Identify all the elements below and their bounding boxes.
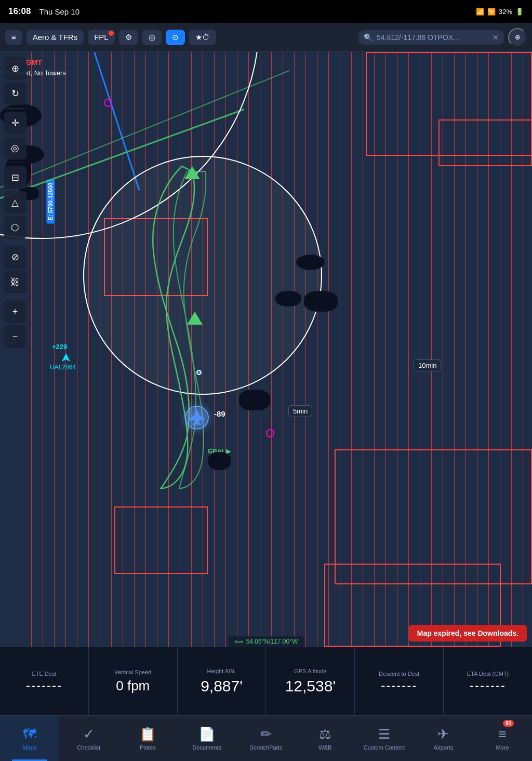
- landmass-7: [304, 291, 338, 312]
- altimeter-button[interactable]: ⊟: [4, 166, 26, 189]
- more-icon: ≡: [499, 726, 507, 742]
- airports-icon: ✈: [437, 726, 449, 742]
- vertical-speed-label: Vertical Speed: [114, 669, 151, 676]
- landmass-6: [296, 255, 325, 270]
- left-sidebar: ⊕ ↻ ✛ ◎ ⊟ △ ⬡ ⊘ ⛓ + −: [0, 52, 30, 647]
- height-agl-cell: Height AGL 9,887': [178, 647, 267, 715]
- nav-checklist[interactable]: ✓ Checklist: [59, 716, 118, 761]
- documents-icon: 📄: [198, 726, 215, 742]
- signal-icon: 📶: [476, 8, 484, 16]
- checklist-label: Checklist: [77, 744, 100, 751]
- pin-icon: ⊘: [11, 251, 19, 263]
- crosshair-button[interactable]: ✛: [4, 112, 26, 135]
- inner-range-circle: [83, 156, 322, 395]
- documents-label: Documents: [192, 744, 221, 751]
- dash-icon: ⊙: [172, 33, 179, 42]
- nav-airports[interactable]: ✈ Airports: [414, 716, 473, 761]
- circle-button[interactable]: ◎: [4, 137, 26, 159]
- aero-label: Aero & TFRs: [33, 33, 77, 42]
- target-button[interactable]: ⊕: [4, 57, 26, 80]
- gps-alt-label: GPS Altitude: [294, 667, 326, 675]
- star-button[interactable]: ★⏱: [189, 30, 216, 45]
- time-callout-5min: 5min: [288, 405, 312, 417]
- zoom-out-button[interactable]: −: [4, 325, 26, 348]
- compass-icon: ⊕: [515, 33, 521, 41]
- zoom-out-icon: −: [12, 331, 18, 342]
- coord-bar: ⟺ 54.06°N/117.00°W: [228, 636, 304, 647]
- vertical-speed-value: 0 fpm: [116, 678, 150, 694]
- nav-maps[interactable]: 🗺 Maps: [0, 716, 59, 761]
- landmass-5: [208, 452, 231, 470]
- battery-text: 32%: [499, 8, 512, 16]
- route-button[interactable]: ⛓: [4, 271, 26, 293]
- search-icon: 🔍: [364, 33, 373, 42]
- terrain-button[interactable]: △: [4, 191, 26, 214]
- star-icon: ★⏱: [195, 33, 210, 42]
- airports-label: Airports: [433, 744, 453, 751]
- more-label: More: [496, 744, 509, 751]
- instrument-bar: ETE Dest ------- Vertical Speed 0 fpm He…: [0, 647, 532, 715]
- aero-tfrs-button[interactable]: Aero & TFRs: [26, 30, 84, 45]
- zoom-in-button[interactable]: +: [4, 300, 26, 323]
- nav-scratchpads[interactable]: ✏ ScratchPads: [236, 716, 296, 761]
- nav-custom[interactable]: ☰ Custom Content: [355, 716, 414, 761]
- crosshair-icon: ✛: [11, 117, 19, 129]
- nav-more[interactable]: 90 ≡ More: [473, 716, 532, 761]
- red-line: [317, 52, 317, 647]
- coord-arrows: ⟺: [234, 638, 243, 645]
- svg-marker-3: [62, 353, 70, 362]
- search-clear-button[interactable]: ✕: [493, 33, 499, 42]
- shield-button[interactable]: ⬡: [4, 216, 26, 239]
- compass-button[interactable]: ⊕: [508, 28, 527, 47]
- fpl-button[interactable]: FPL: [88, 30, 115, 45]
- magenta-circle-1: [104, 99, 112, 107]
- refresh-button[interactable]: ↻: [4, 82, 26, 105]
- toolbar: ≡ Aero & TFRs FPL ⚙ ◎ ⊙ ★⏱ 🔍 54.812/-117…: [0, 23, 532, 52]
- custom-label: Custom Content: [364, 744, 405, 751]
- globe-button[interactable]: ◎: [142, 30, 162, 45]
- target-icon: ⊕: [11, 63, 19, 74]
- descent-dest-value: -------: [381, 678, 417, 692]
- sidebar-sep-4: [6, 297, 24, 297]
- layers-button[interactable]: ≡: [5, 30, 22, 45]
- status-date: Thu Sep 10: [39, 7, 79, 16]
- landmass-3: [275, 291, 301, 306]
- zoom-in-icon: +: [12, 306, 18, 317]
- airspace-rect-inner-bottom: [114, 506, 208, 574]
- altitude-label: -89: [214, 409, 225, 418]
- circle-icon: ◎: [11, 142, 19, 154]
- airspace-rect-mid-right: [438, 119, 532, 166]
- status-bar: 16:08 Thu Sep 10 📶 🛜 32% 🔋: [0, 0, 532, 23]
- aircraft-icon: [184, 405, 209, 430]
- shield-icon: ⬡: [11, 222, 19, 233]
- nav-plates[interactable]: 📋 Plates: [118, 716, 178, 761]
- gear-button[interactable]: ⚙: [119, 30, 138, 45]
- traffic-callsign: UAL2864: [50, 364, 76, 371]
- nav-wb[interactable]: ⚖ W&B: [296, 716, 355, 761]
- height-agl-value: 9,887': [201, 677, 243, 695]
- descent-dest-cell: Descent to Dest -------: [355, 647, 444, 715]
- plates-icon: 📋: [139, 726, 156, 742]
- maps-label: Maps: [22, 744, 36, 751]
- eta-dest-label: ETA Dest (GMT): [467, 670, 509, 677]
- refresh-icon: ↻: [11, 88, 19, 99]
- ete-dest-value: -------: [26, 678, 62, 692]
- eta-dest-cell: ETA Dest (GMT) -------: [444, 647, 532, 715]
- eta-dest-value: -------: [470, 678, 506, 692]
- nav-documents[interactable]: 📄 Documents: [177, 716, 236, 761]
- more-badge: 90: [503, 720, 514, 727]
- status-time: 16:08: [8, 6, 31, 17]
- map-area[interactable]: // Will render via JS below E: 5700-1250…: [0, 52, 532, 647]
- checklist-icon: ✓: [83, 726, 95, 742]
- landmass-4: [239, 390, 270, 410]
- dash-button[interactable]: ⊙: [166, 30, 185, 45]
- time-callout-10min: 10min: [414, 359, 441, 371]
- waypoint-dot: [196, 370, 202, 375]
- layers-icon: ≡: [11, 33, 16, 42]
- pin-button[interactable]: ⊘: [4, 246, 26, 269]
- sidebar-sep-3: [6, 242, 24, 243]
- search-bar[interactable]: 🔍 54.812/-117.86 OTPOX... ✕: [358, 30, 504, 45]
- route-icon: ⛓: [10, 277, 20, 288]
- altimeter-icon: ⊟: [11, 172, 19, 183]
- wb-icon: ⚖: [319, 726, 331, 742]
